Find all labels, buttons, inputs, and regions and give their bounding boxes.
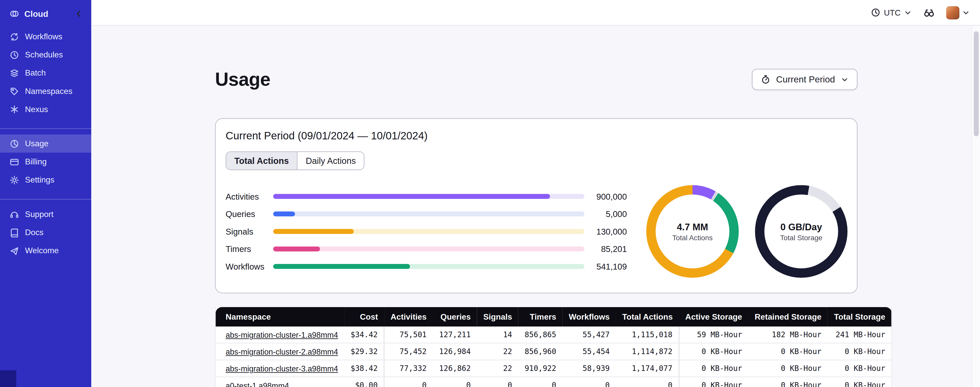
sidebar-item-schedules[interactable]: Schedules bbox=[0, 46, 91, 64]
donut-center: 0 GB/Day Total Storage bbox=[764, 195, 838, 268]
avatar bbox=[946, 6, 959, 19]
sidebar-item-nexus[interactable]: Nexus bbox=[0, 100, 91, 118]
table-cell: $38.42 bbox=[344, 360, 384, 377]
sidebar: Cloud Workflows Schedules Batch bbox=[0, 0, 91, 387]
docs-icon bbox=[10, 227, 19, 237]
period-selector-button[interactable]: Current Period bbox=[752, 69, 858, 90]
table-cell: $0.00 bbox=[344, 377, 384, 387]
sidebar-item-workflows[interactable]: Workflows bbox=[0, 27, 91, 46]
column-header-timers: Timers bbox=[518, 307, 562, 327]
app-root: Cloud Workflows Schedules Batch bbox=[0, 0, 980, 387]
column-header-queries: Queries bbox=[433, 307, 477, 327]
tab-total-actions[interactable]: Total Actions bbox=[226, 152, 298, 170]
sidebar-item-label: Billing bbox=[25, 157, 47, 166]
scrollbar-thumb[interactable] bbox=[974, 31, 979, 137]
bar-value: 130,000 bbox=[584, 227, 627, 237]
table-cell: 0 KB-Hour bbox=[679, 360, 748, 377]
namespace-link[interactable]: abs-migration-cluster-1.a98mm4 bbox=[226, 331, 338, 340]
sidebar-footer-accent bbox=[0, 370, 16, 387]
bar-fill bbox=[273, 229, 354, 234]
sidebar-item-docs[interactable]: Docs bbox=[0, 223, 91, 241]
sidebar-item-label: Schedules bbox=[25, 50, 63, 59]
bar-label: Activities bbox=[226, 192, 273, 201]
table-cell: 59 MB-Hour bbox=[679, 326, 748, 343]
table-cell: 127,211 bbox=[433, 326, 477, 343]
table-cell: 22 bbox=[477, 360, 518, 377]
table-cell: 55,454 bbox=[562, 343, 616, 360]
bar-value: 900,000 bbox=[584, 192, 627, 201]
page-scrollbar[interactable] bbox=[971, 26, 980, 387]
namespace-link[interactable]: a0-test-1.a98mm4 bbox=[226, 382, 289, 387]
bar-track bbox=[273, 229, 584, 234]
sidebar-item-batch[interactable]: Batch bbox=[0, 64, 91, 82]
sidebar-item-billing[interactable]: Billing bbox=[0, 153, 91, 171]
table-cell: 182 MB-Hour bbox=[748, 326, 828, 343]
table-cell: 126,862 bbox=[433, 360, 477, 377]
bar-row-queries: Queries 5,000 bbox=[226, 209, 627, 219]
sidebar-item-support[interactable]: Support bbox=[0, 205, 91, 223]
namespace-usage-table: Namespace Cost Activities Queries Signal… bbox=[215, 307, 858, 387]
sidebar-item-welcome[interactable]: Welcome bbox=[0, 241, 91, 260]
usage-bar-chart: Activities 900,000 Queries 5,000 Signals bbox=[226, 192, 627, 271]
table-cell: 0 KB-Hour bbox=[828, 377, 892, 387]
user-menu[interactable] bbox=[946, 6, 970, 19]
bar-fill bbox=[273, 212, 295, 217]
table-cell: 0 KB-Hour bbox=[748, 377, 828, 387]
sidebar-item-label: Settings bbox=[25, 175, 54, 185]
namespace-link[interactable]: abs-migration-cluster-3.a98mm4 bbox=[226, 365, 338, 373]
table-header: Namespace Cost Activities Queries Signal… bbox=[215, 307, 892, 327]
sidebar-item-label: Usage bbox=[25, 139, 48, 148]
clock-icon bbox=[871, 7, 881, 18]
topbar: UTC bbox=[91, 0, 980, 26]
sidebar-collapse-button[interactable] bbox=[74, 9, 84, 19]
namespaces-icon bbox=[10, 86, 19, 96]
bar-label: Queries bbox=[226, 209, 273, 219]
table-cell: 0 bbox=[477, 377, 518, 387]
bar-value: 541,109 bbox=[584, 262, 627, 271]
sidebar-item-usage[interactable]: Usage bbox=[0, 134, 91, 153]
tab-daily-actions[interactable]: Daily Actions bbox=[298, 152, 364, 170]
namespace-link[interactable]: abs-migration-cluster-2.a98mm4 bbox=[226, 348, 338, 357]
chevron-down-icon bbox=[962, 8, 970, 17]
nexus-icon bbox=[10, 104, 19, 114]
sidebar-divider bbox=[0, 128, 91, 129]
bar-track bbox=[273, 194, 584, 199]
feature-finder-button[interactable] bbox=[923, 6, 935, 19]
donut-value: 4.7 MM bbox=[677, 222, 708, 232]
bar-label: Signals bbox=[226, 227, 273, 237]
batch-icon bbox=[10, 68, 19, 78]
sidebar-item-label: Workflows bbox=[25, 32, 62, 42]
column-header-active-storage: Active Storage bbox=[679, 307, 748, 327]
usage-table-body: abs-migration-cluster-1.a98mm4$34.4275,5… bbox=[215, 326, 892, 387]
table-cell: 0 KB-Hour bbox=[679, 377, 748, 387]
table-cell: $29.32 bbox=[344, 343, 384, 360]
sidebar-item-label: Docs bbox=[25, 228, 44, 237]
total-storage-donut: 0 GB/Day Total Storage bbox=[755, 186, 848, 278]
bar-fill bbox=[273, 194, 550, 199]
sidebar-item-namespaces[interactable]: Namespaces bbox=[0, 82, 91, 100]
timezone-selector[interactable]: UTC bbox=[871, 7, 912, 18]
sidebar-item-settings[interactable]: Settings bbox=[0, 171, 91, 189]
sidebar-item-label: Batch bbox=[25, 68, 46, 78]
column-header-total-actions: Total Actions bbox=[616, 307, 679, 327]
support-icon bbox=[10, 209, 19, 219]
table-cell: 75,452 bbox=[384, 343, 433, 360]
column-header-activities: Activities bbox=[384, 307, 433, 327]
column-header-signals: Signals bbox=[477, 307, 518, 327]
settings-icon bbox=[10, 175, 19, 185]
bar-track bbox=[273, 246, 584, 252]
bar-value: 5,000 bbox=[584, 209, 627, 219]
sidebar-item-label: Welcome bbox=[25, 246, 59, 255]
table-cell: 0 bbox=[518, 377, 562, 387]
table-cell: 126,984 bbox=[433, 343, 477, 360]
page-title: Usage bbox=[215, 69, 270, 90]
goggles-icon bbox=[923, 6, 935, 19]
table-cell: 77,332 bbox=[384, 360, 433, 377]
table-cell: 75,501 bbox=[384, 326, 433, 343]
bar-row-timers: Timers 85,201 bbox=[226, 244, 627, 254]
sidebar-item-label: Namespaces bbox=[25, 86, 72, 96]
total-actions-donut: 4.7 MM Total Actions bbox=[646, 186, 739, 278]
donut-center: 4.7 MM Total Actions bbox=[655, 195, 729, 268]
table-cell: 55,427 bbox=[562, 326, 616, 343]
column-header-cost: Cost bbox=[344, 307, 384, 327]
